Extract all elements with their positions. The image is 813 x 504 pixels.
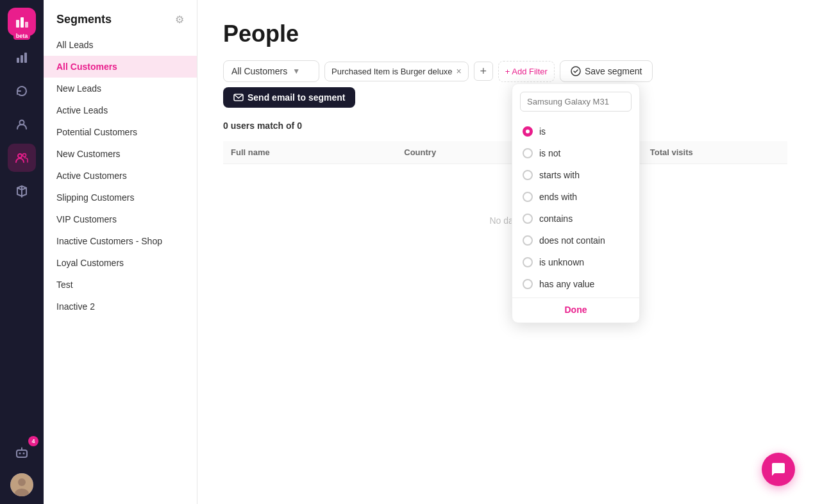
dropdown-option-ends-with[interactable]: ends with (512, 186, 639, 208)
sidebar-item-vip-customers[interactable]: VIP Customers (44, 208, 197, 230)
radio-starts-with (523, 170, 533, 180)
sidebar-item-inactive-2[interactable]: Inactive 2 (44, 296, 197, 317)
radio-is (523, 126, 533, 137)
filter-dropdown-overlay: is is not starts with ends with contains (512, 83, 640, 323)
svg-rect-2 (25, 22, 28, 28)
sidebar-item-active-leads[interactable]: Active Leads (44, 99, 197, 121)
dropdown-done-button[interactable]: Done (512, 298, 639, 323)
table-row-no-data: No data (223, 164, 787, 278)
filter-bar: All Customers ▼ Purchased Item is Burger… (223, 60, 787, 108)
svg-point-7 (18, 154, 22, 158)
settings-gear-icon[interactable]: ⚙ (175, 13, 184, 26)
save-icon (571, 66, 581, 76)
dropdown-input-wrap (512, 92, 639, 118)
sidebar-item-potential-customers[interactable]: Potential Customers (44, 121, 197, 143)
sidebar-item-people[interactable] (8, 144, 36, 172)
option-is-label: is (539, 126, 546, 137)
sidebar: Segments ⚙ All Leads All Customers New L… (44, 0, 197, 504)
dropdown-option-is-unknown[interactable]: is unknown (512, 251, 639, 273)
plus-icon: + (480, 65, 487, 78)
bot-badge-wrapper: 4 (8, 439, 36, 467)
icon-bar: beta (0, 0, 44, 504)
sidebar-item-all-customers[interactable]: All Customers (44, 56, 197, 78)
col-country: Country (396, 141, 514, 164)
chat-icon (771, 462, 786, 477)
radio-has-any-value (523, 279, 533, 289)
svg-point-14 (18, 478, 26, 486)
svg-rect-5 (24, 53, 27, 63)
option-has-any-value-label: has any value (539, 279, 594, 289)
dropdown-option-does-not-contain[interactable]: does not contain (512, 230, 639, 251)
svg-rect-1 (21, 17, 24, 28)
svg-rect-3 (17, 58, 19, 63)
dropdown-option-is-not[interactable]: is not (512, 142, 639, 164)
page-title: People (223, 21, 787, 47)
dropdown-option-contains[interactable]: contains (512, 208, 639, 230)
sidebar-item-slipping-customers[interactable]: Slipping Customers (44, 187, 197, 208)
dropdown-option-has-any-value[interactable]: has any value (512, 273, 639, 295)
filter-chip-purchased-item[interactable]: Purchased Item is Burger deluxe × (324, 62, 469, 81)
dropdown-search-input[interactable] (520, 92, 632, 112)
sidebar-item-refresh[interactable] (8, 77, 36, 105)
sidebar-item-products[interactable] (8, 177, 36, 205)
sidebar-item-new-customers[interactable]: New Customers (44, 143, 197, 165)
add-filter-plus-button[interactable]: + (474, 62, 493, 81)
col-total-visits: Total visits (642, 141, 787, 164)
option-ends-with-label: ends with (539, 192, 577, 202)
radio-does-not-contain (523, 235, 533, 246)
radio-is-not (523, 148, 533, 158)
close-icon[interactable]: × (457, 67, 462, 76)
segment-dropdown-label: All Customers (231, 66, 287, 76)
email-icon (233, 92, 244, 103)
dropdown-options: is is not starts with ends with contains (512, 118, 639, 298)
segment-dropdown[interactable]: All Customers ▼ (223, 60, 319, 82)
logo-button[interactable]: beta (8, 8, 36, 36)
notification-badge: 4 (28, 436, 38, 446)
no-data-label: No data (223, 164, 787, 278)
radio-ends-with (523, 192, 533, 202)
svg-point-11 (23, 453, 25, 455)
option-starts-with-label: starts with (539, 170, 580, 180)
beta-badge: beta (13, 32, 31, 40)
radio-contains (523, 214, 533, 224)
svg-point-8 (23, 154, 26, 157)
filter-chip-label: Purchased Item is Burger deluxe (331, 67, 453, 76)
option-does-not-contain-label: does not contain (539, 235, 605, 246)
add-filter-label: + Add Filter (505, 67, 548, 76)
radio-is-unknown (523, 257, 533, 267)
col-empty (358, 141, 397, 164)
svg-rect-4 (21, 55, 23, 63)
chat-bubble-button[interactable] (762, 453, 795, 486)
sidebar-item-all-leads[interactable]: All Leads (44, 34, 197, 56)
sidebar-item-inactive-customers-shop[interactable]: Inactive Customers - Shop (44, 230, 197, 252)
sidebar-item-test[interactable]: Test (44, 274, 197, 296)
avatar[interactable] (10, 473, 33, 496)
send-email-button[interactable]: Send email to segment (223, 87, 355, 108)
save-segment-label: Save segment (585, 66, 642, 76)
sidebar-item-active-customers[interactable]: Active Customers (44, 165, 197, 187)
chevron-down-icon: ▼ (292, 67, 300, 76)
data-table: Full name Country Last visit Total visit… (223, 141, 787, 277)
sidebar-item-loyal-customers[interactable]: Loyal Customers (44, 252, 197, 274)
option-contains-label: contains (539, 214, 573, 224)
result-text: 0 users match of 0 (223, 121, 787, 131)
dropdown-option-is[interactable]: is (512, 121, 639, 142)
sidebar-title: Segments (56, 13, 112, 26)
svg-point-10 (19, 453, 21, 455)
sidebar-item-analytics[interactable] (8, 44, 36, 72)
svg-point-12 (21, 448, 22, 449)
save-segment-button[interactable]: Save segment (560, 60, 653, 82)
svg-rect-9 (17, 450, 27, 457)
svg-rect-0 (16, 20, 19, 28)
icon-bar-bottom: 4 (8, 439, 36, 496)
sidebar-item-contacts[interactable] (8, 110, 36, 139)
sidebar-item-new-leads[interactable]: New Leads (44, 78, 197, 99)
option-is-not-label: is not (539, 148, 560, 158)
dropdown-option-starts-with[interactable]: starts with (512, 164, 639, 186)
option-is-unknown-label: is unknown (539, 257, 584, 267)
add-filter-button[interactable]: + Add Filter (498, 61, 555, 82)
col-fullname: Full name (223, 141, 358, 164)
main-content: People All Customers ▼ Purchased Item is… (197, 0, 813, 504)
send-email-label: Send email to segment (247, 92, 345, 103)
sidebar-header: Segments ⚙ (44, 0, 197, 34)
